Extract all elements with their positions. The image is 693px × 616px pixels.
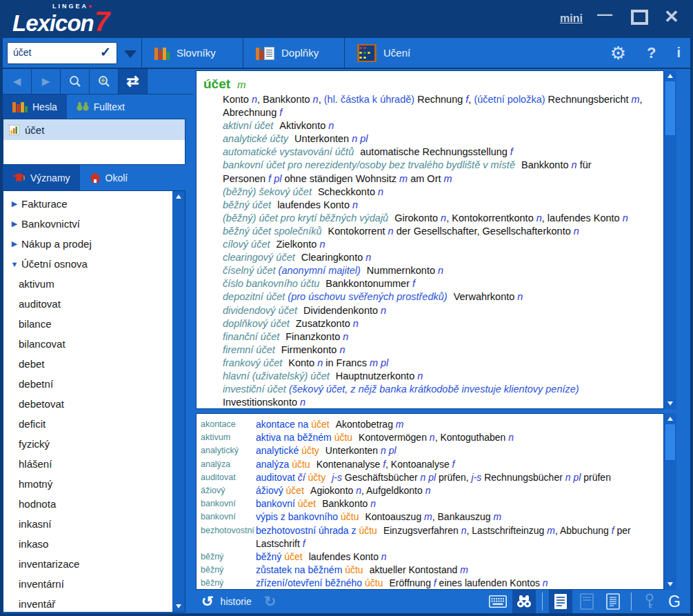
tree-item[interactable]: ▶Nákup a prodej	[3, 234, 172, 254]
history-back-icon[interactable]: ↺	[201, 593, 214, 610]
brand-dot: ●	[88, 3, 92, 10]
text-run: aktueller Kontostand	[370, 564, 461, 575]
text-run: Akontobetrag	[336, 419, 396, 430]
tree-item[interactable]: auditovat	[3, 294, 172, 314]
forward-button[interactable]: ▶	[32, 69, 61, 94]
search-history-dropdown[interactable]	[124, 50, 137, 58]
tree-item[interactable]: hlášení	[3, 454, 172, 474]
collocation-row[interactable]: bezhotovostníbezhotovostní úhrada z účtu…	[197, 524, 663, 550]
maximize-button[interactable]	[631, 10, 648, 29]
collocation-row[interactable]: běžnýzřízení/otevření běžného účtuEröffn…	[197, 577, 663, 590]
grammar-button[interactable]: G	[664, 593, 685, 611]
entry-scrollbar[interactable]	[664, 70, 676, 409]
entry-line: doplňkový účetZusatzkonto n	[223, 317, 663, 330]
tree-scrollbar[interactable]	[172, 191, 185, 612]
history-forward-icon[interactable]: ↻	[264, 593, 277, 610]
tree-item[interactable]: debetní	[3, 374, 172, 394]
swap-icon: ⇄	[126, 72, 139, 90]
tree-item[interactable]: bilance	[3, 314, 172, 334]
collocation-row[interactable]: akontaceakontace na účetAkontobetrag m	[197, 418, 663, 431]
expand-arrow-icon[interactable]: ▶	[8, 199, 21, 208]
scrollbar-thumb[interactable]	[665, 424, 675, 460]
expand-arrow-icon[interactable]: ▶	[8, 219, 21, 228]
help-icon[interactable]: ?	[647, 44, 656, 62]
tree-item[interactable]: inventarizace	[3, 554, 172, 574]
entry-line: dividendový účetDividendenkonto n	[223, 304, 663, 317]
result-item-ucet[interactable]: účet	[3, 119, 185, 140]
mini-mode-button[interactable]: mini	[560, 12, 583, 25]
scroll-up-icon[interactable]	[667, 417, 673, 421]
tab-slovniky[interactable]: Slovníky	[141, 38, 243, 68]
tree-item[interactable]: inventář	[3, 594, 172, 613]
tree-item[interactable]: inkaso	[3, 534, 172, 554]
tree-item[interactable]: hodnota	[3, 494, 172, 514]
tree-item[interactable]: fyzický	[3, 434, 172, 454]
toolbar-separator	[542, 593, 543, 610]
text-run: f	[279, 107, 282, 118]
info-icon[interactable]: i	[676, 45, 681, 61]
scrollbar-thumb[interactable]	[172, 191, 185, 379]
tree-item[interactable]: aktivum	[3, 274, 172, 294]
close-button[interactable]: ✕	[664, 8, 679, 26]
text-run: Zusatzkonto	[296, 318, 353, 329]
tree-item[interactable]: debetovat	[3, 394, 172, 414]
scroll-down-icon[interactable]	[176, 604, 181, 608]
scroll-down-icon[interactable]	[667, 582, 673, 586]
tab-fulltext[interactable]: Fulltext	[67, 95, 134, 119]
back-button[interactable]: ◀	[3, 69, 32, 94]
collocation-row[interactable]: aktivumaktiva na běžném účtuKontovermöge…	[197, 431, 663, 444]
expand-arrow-icon[interactable]: ▶	[8, 239, 21, 248]
tree-item[interactable]: inkasní	[3, 514, 172, 534]
tree-item[interactable]: bilancovat	[3, 334, 172, 354]
virtual-keyboard-button[interactable]	[486, 590, 510, 613]
tree-item[interactable]: ▼Účetní osnova	[3, 254, 172, 274]
text-run: Hauptnutzerkonto	[336, 370, 418, 381]
tree-item[interactable]: ▶Fakturace	[3, 194, 172, 214]
scrollbar-thumb[interactable]	[665, 81, 675, 135]
tree-item[interactable]: deficit	[3, 414, 172, 434]
magnifier-icon	[68, 74, 82, 88]
tab-vyznamy[interactable]: Významy	[3, 165, 80, 190]
tab-uceni[interactable]: Učení	[344, 38, 445, 68]
tree-item[interactable]: inventární	[3, 574, 172, 594]
collocation-row[interactable]: bankovnívýpis z bankovního účtuKontoausz…	[197, 510, 663, 524]
collapse-arrow-icon[interactable]: ▼	[8, 260, 21, 268]
fulltext-search-button[interactable]	[90, 69, 119, 94]
tab-hesla[interactable]: Hesla	[3, 95, 67, 119]
brand-top: LINGEA	[52, 3, 88, 10]
tree-item-label: inkasní	[19, 518, 52, 530]
search-button[interactable]	[61, 69, 90, 94]
collocation-row[interactable]: běžnýběžný účetlaufendes Konto n	[197, 550, 663, 564]
scroll-up-icon[interactable]	[667, 74, 673, 78]
entry-line: hlavní (uživatelský) účetHauptnutzerkont…	[223, 370, 663, 383]
swap-languages-button[interactable]: ⇄	[119, 69, 148, 94]
tab-doplnky[interactable]: Doplňky	[243, 38, 344, 68]
entry-line: analytické účtyUnterkonten n pl	[223, 132, 663, 146]
text-run: , Kontoguthaben	[435, 432, 509, 443]
highlighted-keyword: účtu	[365, 577, 383, 588]
tree-item[interactable]: hmotný	[3, 474, 172, 494]
collocation-row[interactable]: běžnýzůstatek na běžném účtuaktueller Ko…	[197, 564, 663, 577]
collocation-row[interactable]: auditovatauditovat čí účtyj-s Geschäftsb…	[197, 471, 663, 484]
scroll-down-icon[interactable]	[667, 401, 673, 406]
settings-gear-icon[interactable]: ⚙	[610, 44, 626, 62]
view-list-button[interactable]	[601, 590, 625, 613]
minimize-button[interactable]: —	[597, 6, 612, 23]
collocation-keyword: auditovat	[197, 471, 256, 484]
tree-item[interactable]: debet	[3, 354, 172, 374]
scroll-up-icon[interactable]	[176, 195, 181, 199]
morphology-button[interactable]	[638, 590, 661, 613]
collocation-row[interactable]: bankovníbankovní účetBankkonto n	[197, 497, 663, 510]
view-entry-button[interactable]	[549, 590, 572, 613]
collocation-row[interactable]: ážiovýážiový účetAgiokonto n, Aufgeldkon…	[197, 484, 663, 497]
tree-item[interactable]: ▶Bankovnictví	[3, 214, 172, 234]
tab-okoli[interactable]: Okolí	[80, 165, 138, 190]
search-input[interactable]: účet ✓	[7, 42, 117, 64]
collocation-row[interactable]: analytickýanalytické účtyUnterkonten n p…	[197, 444, 663, 457]
fulltext-tool-button[interactable]	[512, 590, 536, 613]
collocations-scrollbar[interactable]	[664, 413, 676, 590]
text-run: n	[319, 239, 325, 250]
collocation-line: analýza účtuKontenanalyse f, Kontoanalys…	[256, 458, 663, 471]
collocation-row[interactable]: analýzaanalýza účtuKontenanalyse f, Kont…	[197, 458, 663, 471]
view-short-button[interactable]	[575, 590, 599, 613]
